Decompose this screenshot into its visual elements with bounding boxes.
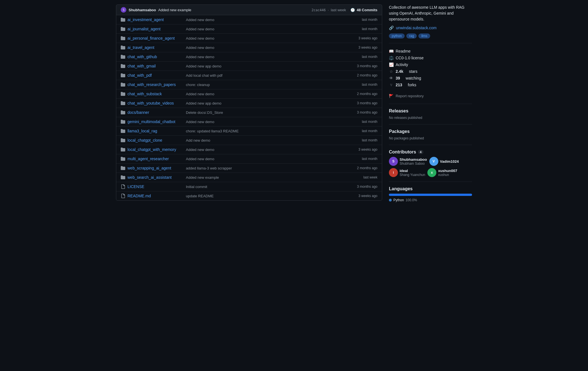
contributor-username: xushun007 bbox=[438, 169, 457, 173]
commit-hash[interactable]: 2cac446 bbox=[311, 8, 326, 12]
meta-links: 📖 Readme ⚖️ CC0-1.0 license 📈 Activity ☆… bbox=[389, 48, 472, 88]
commit-hash-link[interactable]: 2cac446 · last week bbox=[311, 8, 346, 12]
folder-icon bbox=[121, 36, 125, 40]
file-name[interactable]: chat_with_youtube_videos bbox=[127, 101, 184, 105]
topic-tag[interactable]: llms bbox=[418, 33, 430, 39]
file-name[interactable]: local_chatgpt_with_memory bbox=[127, 147, 184, 152]
divider-2 bbox=[389, 104, 472, 104]
file-time: last month bbox=[349, 55, 377, 59]
file-time: last month bbox=[349, 138, 377, 142]
commit-message-cell: Added new demo bbox=[186, 120, 347, 124]
table-row: chat_with_research_paperschore: cleanupl… bbox=[116, 80, 382, 89]
table-row: llama3_local_ragchore: updated llama3 RE… bbox=[116, 126, 382, 136]
language-legend: Python 100.0% bbox=[389, 198, 472, 202]
topic-tag[interactable]: rag bbox=[406, 33, 417, 39]
commit-message-cell: chore: updated llama3 README bbox=[186, 129, 347, 133]
commit-message-cell: Initial commit bbox=[186, 185, 347, 189]
report-repo[interactable]: 🚩 Report repository bbox=[389, 93, 472, 99]
contributor[interactable]: VVadim1024 bbox=[429, 157, 459, 166]
contributor-list: SShubhamsabooShubham SabooVVadim1024iide… bbox=[389, 157, 472, 177]
topic-tags: pythonragllms bbox=[389, 33, 472, 39]
file-name[interactable]: web_scrapping_ai_agent bbox=[127, 166, 184, 170]
table-row: local_chatgpt_cloneAdd new demolast mont… bbox=[116, 136, 382, 145]
report-label[interactable]: Report repository bbox=[396, 94, 424, 98]
folder-icon bbox=[121, 55, 125, 59]
file-time: last week bbox=[349, 175, 377, 179]
table-row: chat_with_gmailAdded new app demo3 month… bbox=[116, 62, 382, 71]
stars-link[interactable]: ☆ 2.4k stars bbox=[389, 68, 472, 75]
file-name[interactable]: LICENSE bbox=[127, 184, 184, 189]
file-name[interactable]: local_chatgpt_clone bbox=[127, 138, 184, 142]
contributor-info: idealShang Yuanchun bbox=[400, 169, 425, 177]
file-name[interactable]: chat_with_github bbox=[127, 55, 184, 59]
commit-message-cell: Added new demo bbox=[186, 36, 347, 40]
contributors-count-badge: 4 bbox=[418, 150, 423, 154]
folder-icon bbox=[121, 45, 125, 50]
website-url: unwindai.substack.com bbox=[396, 26, 437, 30]
contributor[interactable]: iidealShang Yuanchun bbox=[389, 168, 425, 177]
stars-label: stars bbox=[409, 69, 417, 74]
divider-5 bbox=[389, 182, 472, 182]
file-time: 3 months ago bbox=[349, 101, 377, 105]
file-name[interactable]: llama3_local_rag bbox=[127, 129, 184, 133]
activity-link[interactable]: 📈 Activity bbox=[389, 61, 472, 68]
folder-icon bbox=[121, 64, 125, 68]
commit-message-cell: Added new demo bbox=[186, 46, 347, 50]
topic-tag[interactable]: python bbox=[389, 33, 405, 39]
file-table: ai_investment_agentAdded new demolast mo… bbox=[116, 15, 382, 201]
folder-icon bbox=[121, 175, 125, 180]
file-time: last month bbox=[349, 120, 377, 124]
readme-link[interactable]: 📖 Readme bbox=[389, 48, 472, 55]
link-icon: 🔗 bbox=[389, 26, 394, 30]
commit-message: Added new example bbox=[158, 8, 192, 12]
file-time: 3 weeks ago bbox=[349, 36, 377, 40]
fork-icon: ⑂ bbox=[389, 83, 393, 87]
table-row: docs/bannerDelete docs/.DS_Store3 months… bbox=[116, 108, 382, 117]
language-bar bbox=[389, 194, 472, 196]
commit-author-name[interactable]: Shubhamsaboo bbox=[129, 8, 156, 12]
file-name[interactable]: docs/banner bbox=[127, 110, 184, 115]
file-time: 3 months ago bbox=[349, 110, 377, 114]
book-icon: 📖 bbox=[389, 49, 393, 53]
file-name[interactable]: web_search_ai_assistant bbox=[127, 175, 184, 180]
website-link[interactable]: 🔗 unwindai.substack.com bbox=[389, 26, 472, 30]
folder-icon bbox=[121, 110, 125, 115]
no-releases-text: No releases published bbox=[389, 116, 472, 120]
contributor-username: Shubhamsaboo bbox=[400, 157, 427, 162]
commit-message-cell: Added new app demo bbox=[186, 64, 347, 68]
file-name[interactable]: multi_agent_researcher bbox=[127, 157, 184, 161]
contributor[interactable]: xxushun007xushun bbox=[427, 168, 457, 177]
file-name[interactable]: ai_investment_agent bbox=[127, 17, 184, 22]
avatar: S bbox=[389, 157, 398, 166]
commits-count[interactable]: 🕐 48 Commits bbox=[350, 8, 377, 12]
folder-icon bbox=[121, 119, 125, 124]
commit-message-cell: added llama-3 web scrapper bbox=[186, 166, 347, 170]
file-name[interactable]: ai_personal_finance_agent bbox=[127, 36, 184, 40]
table-row: chat_with_githubAdded new demolast month bbox=[116, 52, 382, 62]
file-name[interactable]: ai_journalist_agent bbox=[127, 27, 184, 31]
watching-link[interactable]: 👁 39 watching bbox=[389, 75, 472, 82]
license-link[interactable]: ⚖️ CC0-1.0 license bbox=[389, 55, 472, 61]
file-name[interactable]: chat_with_research_papers bbox=[127, 82, 184, 87]
table-row: local_chatgpt_with_memoryAdded new demo3… bbox=[116, 145, 382, 154]
file-name[interactable]: README.md bbox=[127, 194, 184, 198]
forks-count: 213 bbox=[396, 83, 402, 87]
table-row: ai_investment_agentAdded new demolast mo… bbox=[116, 15, 382, 24]
table-row: ai_personal_finance_agentAdded new demo3… bbox=[116, 34, 382, 43]
contributor-realname: xushun bbox=[438, 173, 457, 177]
star-icon: ☆ bbox=[389, 69, 393, 74]
folder-icon bbox=[121, 147, 125, 152]
file-name[interactable]: ai_travel_agent bbox=[127, 45, 184, 50]
forks-link[interactable]: ⑂ 213 forks bbox=[389, 82, 472, 88]
commit-time: last week bbox=[331, 8, 346, 12]
commit-message-cell: Added new demo bbox=[186, 18, 347, 22]
file-name[interactable]: chat_with_substack bbox=[127, 92, 184, 96]
contributors-title: Contributors bbox=[389, 150, 416, 155]
languages-section: Languages Python 100.0% bbox=[389, 186, 472, 202]
file-name[interactable]: gemini_multimodal_chatbot bbox=[127, 119, 184, 124]
folder-icon bbox=[121, 101, 125, 105]
file-name[interactable]: chat_with_gmail bbox=[127, 64, 184, 68]
contributor[interactable]: SShubhamsabooShubham Saboo bbox=[389, 157, 427, 166]
file-time: 3 weeks ago bbox=[349, 148, 377, 151]
file-name[interactable]: chat_with_pdf bbox=[127, 73, 184, 78]
